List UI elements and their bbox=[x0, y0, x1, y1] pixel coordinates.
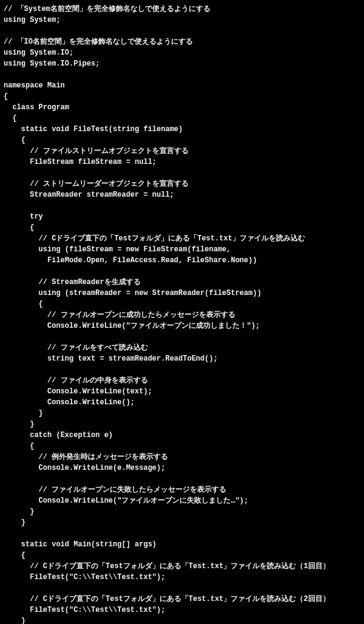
code-block: // 「System名前空間」を完全修飾名なしで使えるようにする using S… bbox=[0, 0, 364, 624]
